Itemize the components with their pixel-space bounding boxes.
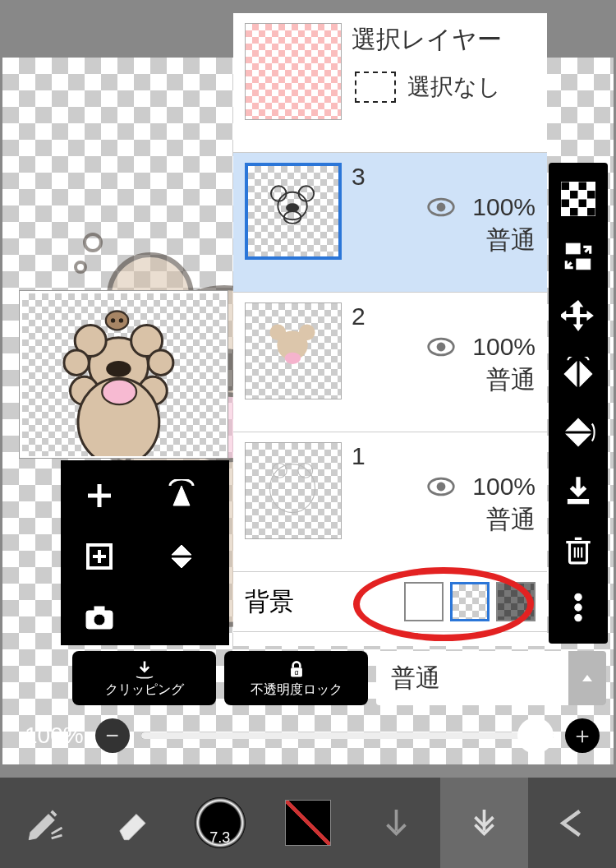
save-tool[interactable] [352, 778, 440, 868]
svg-point-46 [437, 482, 446, 492]
visibility-toggle[interactable] [426, 332, 456, 362]
layer-row-1[interactable]: 1 100% 普通 [233, 432, 547, 572]
svg-rect-56 [566, 243, 580, 254]
opacity-slider-row: 100% − ＋ [25, 715, 600, 756]
rotate-flip-button[interactable] [153, 467, 210, 524]
merge-down-icon[interactable] [558, 470, 599, 511]
back-tool[interactable] [528, 778, 616, 868]
svg-point-41 [437, 343, 446, 352]
svg-point-42 [269, 464, 315, 513]
svg-text:α: α [294, 667, 298, 676]
opacity-slider[interactable] [141, 732, 554, 739]
background-label: 背景 [245, 585, 394, 619]
layer-thumbnail [245, 163, 342, 260]
clipping-label: クリッピング [105, 681, 184, 699]
svg-rect-55 [587, 207, 596, 216]
svg-point-11 [76, 262, 85, 272]
svg-rect-58 [568, 500, 588, 504]
move-icon[interactable] [558, 295, 599, 336]
duplicate-layer-button[interactable] [71, 528, 128, 585]
brush-edit-tool[interactable] [0, 778, 88, 868]
layer-name: 2 [352, 302, 536, 330]
svg-point-24 [118, 318, 122, 322]
clipping-button[interactable]: クリッピング [72, 651, 216, 705]
svg-point-44 [298, 464, 313, 478]
svg-point-22 [105, 311, 127, 330]
svg-point-10 [85, 234, 101, 251]
layers-tool[interactable] [440, 778, 528, 868]
svg-point-37 [269, 325, 286, 341]
add-layer-button[interactable] [71, 467, 128, 524]
svg-point-33 [287, 204, 298, 211]
opacity-decrease-button[interactable]: − [95, 718, 130, 753]
background-row: 背景 [233, 572, 547, 632]
layer-thumbnail [245, 442, 342, 539]
svg-point-32 [284, 211, 301, 224]
layer-row-2[interactable]: 2 100% 普通 [233, 293, 547, 432]
svg-rect-50 [570, 190, 579, 199]
visibility-toggle[interactable] [426, 472, 456, 501]
svg-point-21 [102, 379, 136, 404]
selection-layer-row[interactable]: 選択レイヤー 選択なし [233, 13, 547, 153]
svg-rect-54 [570, 207, 579, 216]
quick-tool-panel [61, 460, 229, 645]
svg-rect-52 [561, 199, 570, 208]
layer-blend-mode: 普通 [352, 224, 536, 257]
alpha-lock-label: 不透明度ロック [251, 681, 342, 699]
selection-status: 選択なし [407, 72, 501, 103]
color-tool[interactable] [264, 778, 352, 868]
layer-opacity: 100% [472, 193, 536, 221]
blend-mode-value: 普通 [391, 662, 440, 695]
layer-side-toolbar [549, 163, 608, 644]
layer-opacity: 100% [472, 473, 536, 501]
svg-point-39 [285, 353, 301, 364]
dropdown-arrow-icon [568, 651, 606, 705]
layer-thumbnail [245, 302, 342, 399]
selection-layer-thumbnail [245, 23, 342, 120]
layer-options-row: クリッピング α 不透明度ロック 普通 [72, 651, 606, 707]
alpha-lock-button[interactable]: α 不透明度ロック [224, 651, 368, 705]
navigator-preview[interactable] [19, 290, 228, 459]
background-transparent-button[interactable] [450, 582, 490, 621]
layer-blend-mode: 普通 [352, 363, 536, 397]
flip-horizontal-icon[interactable] [558, 353, 599, 395]
more-icon[interactable] [558, 587, 599, 628]
flip-vertical-button[interactable] [153, 528, 210, 585]
brush-size-value: 7.3 [209, 829, 230, 847]
opacity-slider-handle[interactable] [517, 718, 554, 754]
svg-rect-51 [587, 190, 596, 199]
opacity-increase-button[interactable]: ＋ [565, 718, 600, 753]
flip-vertical-icon[interactable] [558, 412, 599, 453]
svg-point-61 [575, 604, 582, 611]
current-color-swatch [285, 800, 331, 846]
svg-rect-48 [561, 182, 570, 191]
camera-button[interactable] [71, 589, 128, 646]
layer-row-3[interactable]: 3 100% 普通 [233, 153, 547, 293]
visibility-toggle[interactable] [426, 192, 456, 222]
svg-point-35 [437, 203, 446, 212]
svg-rect-53 [578, 199, 587, 208]
brush-tool[interactable]: 7.3 [176, 778, 264, 868]
svg-point-60 [575, 594, 582, 601]
svg-point-43 [272, 464, 287, 478]
blend-mode-select[interactable]: 普通 [376, 651, 606, 705]
transform-icon[interactable] [558, 237, 599, 278]
background-dark-button[interactable] [496, 582, 536, 621]
svg-point-62 [575, 615, 582, 621]
svg-point-16 [148, 350, 172, 375]
svg-rect-57 [577, 259, 591, 270]
transparency-grid-icon[interactable] [558, 178, 599, 219]
selection-layer-title: 選択レイヤー [352, 23, 536, 57]
selection-marquee-icon [355, 72, 396, 103]
opacity-value: 100% [25, 723, 84, 749]
svg-point-23 [110, 318, 114, 322]
svg-point-30 [271, 186, 287, 201]
svg-point-20 [106, 360, 131, 376]
svg-point-27 [94, 614, 105, 626]
svg-point-38 [299, 325, 315, 341]
eraser-tool[interactable] [88, 778, 176, 868]
layer-name: 1 [352, 442, 536, 470]
background-white-button[interactable] [404, 582, 444, 621]
layer-name: 3 [352, 163, 536, 191]
trash-icon[interactable] [558, 529, 599, 570]
